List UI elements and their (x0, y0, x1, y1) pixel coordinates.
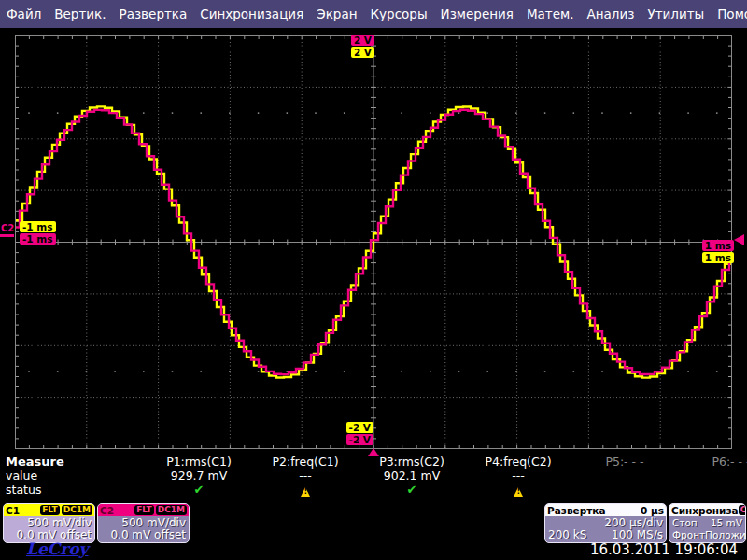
menu-item-4[interactable]: Экран (310, 7, 363, 21)
menu-item-8[interactable]: Анализ (581, 7, 641, 21)
measure-header-p4[interactable]: P4:freq(C2) (465, 455, 571, 469)
timebase-title: Развертка (547, 505, 605, 516)
measure-status-p1: ✔ (146, 483, 252, 497)
measure-header-p2[interactable]: P2:freq(C1) (252, 455, 359, 469)
graticule-and-traces (15, 35, 732, 449)
measure-header-p3[interactable]: P3:rms(C2) (359, 455, 465, 469)
channel-c2-badge-dc1m: DC1M (156, 505, 187, 515)
measure-status-row-label: status (0, 483, 146, 497)
trigger-source-badge: C2:DC (739, 505, 745, 515)
menu-item-6[interactable]: Измерения (434, 7, 520, 21)
timebase-descriptor-box[interactable]: Развертка 0 µs 200 µs/div 200 kS 100 MS/… (544, 503, 667, 543)
measure-status-p5 (571, 483, 678, 497)
voltage-label-bottom-c1: -2 V (346, 422, 374, 433)
measure-value-p2: --- (252, 469, 359, 483)
time-label-right-c1: 1 ms (702, 252, 734, 263)
measure-value-p4: --- (465, 469, 571, 483)
measure-status-p3: ✔ (359, 483, 465, 497)
voltage-label-top-c2: 2 V (351, 35, 374, 46)
voltage-label-top-c1: 2 V (351, 47, 374, 58)
trigger-row-1-label: Фронт (672, 529, 705, 541)
channel-c1-descriptor-box[interactable]: C1 FLTDC1M 500 mV/div 0.0 mV offset (3, 503, 95, 543)
lecroy-logo: LeCroy (26, 539, 88, 558)
measure-status-p2 (252, 483, 359, 497)
status-ok-icon: ✔ (407, 483, 417, 497)
menu-item-3[interactable]: Синхронизация (193, 7, 310, 21)
oscilloscope-screen: ФайлВертик.РазверткаСинхронизацияЭкранКу… (0, 0, 747, 560)
trigger-descriptor-box[interactable]: Синхрониза C2:DC Стоп 15 mVФронт Положит… (669, 503, 746, 543)
timebase-delay: 0 µs (641, 505, 664, 516)
measure-value-p1: 929.7 mV (146, 469, 252, 483)
measure-header-p5[interactable]: P5:- - - (571, 455, 678, 469)
measure-value-p5 (571, 469, 678, 483)
time-label-right-c2: 1 ms (702, 240, 734, 251)
trigger-title: Синхрониза (671, 505, 739, 516)
menu-item-10[interactable]: Помощь (711, 7, 747, 21)
waveform-area: 2 V2 V-2 V-2 V-1 ms-1 ms1 ms1 ms C2 (0, 28, 747, 455)
voltage-label-bottom-c2: -2 V (346, 434, 374, 445)
trigger-level-marker-icon[interactable] (734, 234, 744, 245)
channel-zero-marker[interactable]: C2 (1, 223, 14, 233)
menu-item-2[interactable]: Развертка (113, 7, 194, 21)
channel-c2-badge-flt: FLT (134, 505, 154, 515)
measure-value-p3: 902.1 mV (359, 469, 465, 483)
menu-item-0[interactable]: Файл (0, 7, 48, 21)
timebase-rate: 100 MS/s (612, 529, 663, 541)
time-label-left-c2: -1 ms (20, 233, 56, 245)
measure-header-p6[interactable]: P6:- - - (678, 455, 747, 469)
measure-panel-title: Measure (0, 455, 146, 469)
menu-item-7[interactable]: Матем. (520, 7, 581, 21)
channel-c2-descriptor-box[interactable]: C2 FLTDC1M 500 mV/div 0.0 mV offset (97, 503, 190, 543)
time-label-left-c1: -1 ms (20, 221, 56, 232)
menu-bar: ФайлВертик.РазверткаСинхронизацияЭкранКу… (0, 0, 747, 28)
measure-status-p4 (465, 483, 571, 497)
trigger-row-0-label: Стоп (672, 517, 698, 529)
status-ok-icon: ✔ (194, 483, 204, 497)
datetime-display: 16.03.2011 19:06:04 (590, 541, 738, 558)
channel-c1-badge-dc1m: DC1M (62, 505, 92, 515)
trigger-row-1-value: Положит. (705, 529, 746, 541)
status-warning-icon (514, 487, 523, 497)
status-warning-icon (301, 487, 310, 497)
trigger-row-0-value: 15 mV (711, 517, 742, 529)
menu-item-1[interactable]: Вертик. (48, 7, 112, 21)
channel-c2-offset: 0.0 mV offset (101, 529, 186, 541)
measure-header-p1[interactable]: P1:rms(C1) (146, 455, 252, 469)
menu-item-5[interactable]: Курсоры (363, 7, 433, 21)
measure-status-p6 (678, 483, 747, 497)
measure-value-row-label: value (0, 469, 146, 483)
measure-panel: MeasureP1:rms(C1)P2:freq(C1)P3:rms(C2)P4… (0, 455, 747, 501)
measure-value-p6 (678, 469, 747, 483)
channel-c1-label: C1 (6, 505, 20, 516)
channel-c1-badge-flt: FLT (40, 505, 60, 515)
timebase-samples: 200 kS (548, 529, 586, 541)
channel-zero-marker-bar (0, 234, 14, 237)
menu-item-9[interactable]: Утилиты (641, 7, 711, 21)
channel-c2-label: C2 (100, 505, 114, 516)
